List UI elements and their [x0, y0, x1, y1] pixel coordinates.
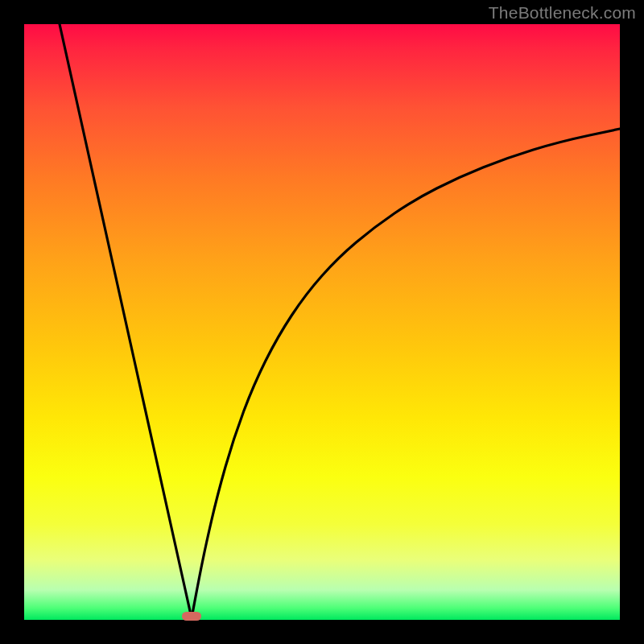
curve-right-branch: [192, 129, 620, 618]
watermark-text: TheBottleneck.com: [489, 3, 636, 23]
curve-left-branch: [60, 24, 192, 618]
bottleneck-curve: [24, 24, 620, 620]
cusp-marker: [182, 612, 201, 621]
plot-area: [24, 24, 620, 620]
